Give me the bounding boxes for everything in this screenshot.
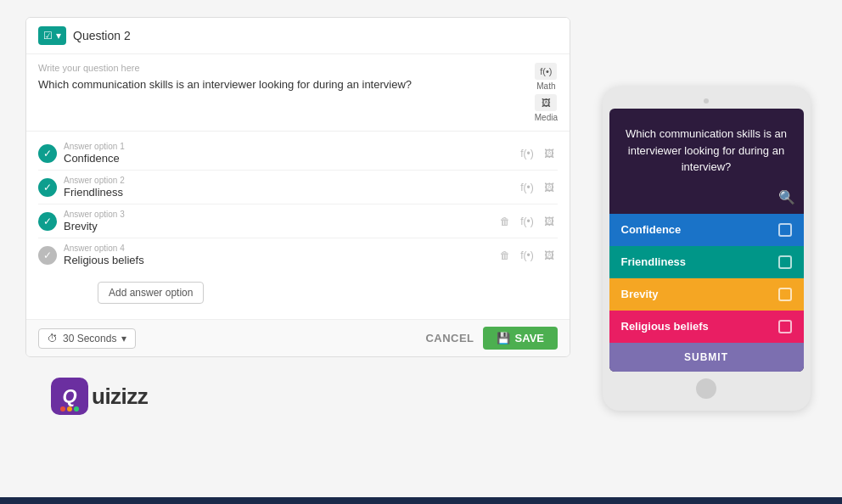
- logo-dot-green: [74, 406, 79, 412]
- timer-dropdown-icon: ▾: [121, 333, 126, 344]
- question-header: ☑ ▾ Question 2: [26, 18, 570, 54]
- timer-button[interactable]: ⏱ 30 Seconds ▾: [38, 328, 136, 349]
- logo-area: Q uizizz: [25, 369, 570, 423]
- func-icon-1[interactable]: f(•): [519, 145, 536, 162]
- tablet-question-text: Which communication skills is an intervi…: [623, 126, 790, 176]
- checkmark-icon: ☑: [43, 30, 53, 42]
- question-type-badge[interactable]: ☑ ▾: [38, 26, 66, 45]
- func-icon-3[interactable]: f(•): [519, 213, 536, 230]
- tablet-search-icon: 🔍: [609, 189, 804, 214]
- img-icon-3[interactable]: 🖼: [541, 213, 558, 230]
- answer-label-2: Answer option 2: [64, 176, 512, 185]
- bottom-bar: [0, 497, 842, 504]
- answer-tools-2: f(•) 🖼: [519, 179, 558, 196]
- dropdown-arrow: ▾: [56, 30, 61, 42]
- answer-label-1: Answer option 1: [64, 142, 512, 151]
- tablet-checkbox-4[interactable]: [778, 320, 792, 333]
- cancel-button[interactable]: CANCEL: [425, 332, 474, 344]
- tablet-answer-text-1: Confidence: [621, 223, 682, 236]
- answer-value-2[interactable]: Friendliness: [64, 186, 512, 199]
- logo-text: uizizz: [92, 384, 148, 410]
- save-button[interactable]: 💾 SAVE: [483, 327, 558, 350]
- timer-label: 30 Seconds: [63, 333, 116, 344]
- tablet-answer-text-3: Brevity: [621, 288, 659, 300]
- answer-label-3: Answer option 3: [64, 210, 490, 219]
- img-icon-4[interactable]: 🖼: [541, 247, 558, 264]
- func-icon-2[interactable]: f(•): [519, 179, 536, 196]
- answer-tools-1: f(•) 🖼: [519, 145, 558, 162]
- tablet-answers: Confidence Friendliness Brevity Religiou…: [609, 214, 804, 343]
- tablet-preview-panel: Which communication skills is an intervi…: [596, 17, 817, 480]
- add-option-button[interactable]: Add answer option: [98, 282, 204, 304]
- correct-check-3[interactable]: ✓: [38, 212, 57, 231]
- img-icon-2[interactable]: 🖼: [541, 179, 558, 196]
- answers-section: ✓ Answer option 1 Confidence f(•) 🖼 ✓ An…: [26, 132, 570, 277]
- tablet-checkbox-3[interactable]: [778, 288, 792, 301]
- tablet-frame: Which communication skills is an intervi…: [603, 87, 811, 411]
- tablet-camera: [704, 98, 709, 104]
- question-number: Question 2: [73, 29, 131, 42]
- logo-q: Q: [62, 385, 76, 407]
- answer-content-4: Answer option 4 Religious beliefs: [64, 244, 490, 266]
- tablet-answer-4[interactable]: Religious beliefs: [609, 311, 804, 343]
- answer-tools-3: 🗑 f(•) 🖼: [497, 213, 558, 230]
- answer-content-1: Answer option 1 Confidence: [64, 142, 512, 165]
- quizizz-logo-icon: Q: [51, 378, 88, 415]
- trash-icon-4[interactable]: 🗑: [497, 247, 514, 264]
- tablet-checkbox-2[interactable]: [778, 255, 792, 269]
- footer-actions: CANCEL 💾 SAVE: [425, 327, 558, 350]
- answer-tools-4: 🗑 f(•) 🖼: [497, 247, 558, 264]
- tablet-answer-2[interactable]: Friendliness: [609, 246, 804, 278]
- answer-option-2: ✓ Answer option 2 Friendliness f(•) 🖼: [38, 171, 558, 204]
- save-label: SAVE: [515, 332, 544, 344]
- answer-option-1: ✓ Answer option 1 Confidence f(•) 🖼: [38, 137, 558, 171]
- correct-check-4[interactable]: ✓: [38, 246, 57, 265]
- answer-option-3: ✓ Answer option 3 Brevity 🗑 f(•) 🖼: [38, 204, 558, 238]
- correct-check-2[interactable]: ✓: [38, 178, 57, 197]
- math-icon: f(•): [535, 63, 557, 80]
- tablet-checkbox-1[interactable]: [778, 223, 792, 237]
- answer-value-3[interactable]: Brevity: [64, 220, 490, 232]
- answer-content-3: Answer option 3 Brevity: [64, 210, 490, 232]
- math-button[interactable]: f(•) Math: [535, 63, 557, 91]
- question-placeholder: Write your question here: [38, 63, 526, 73]
- answer-value-1[interactable]: Confidence: [64, 152, 512, 165]
- correct-check-1[interactable]: ✓: [38, 144, 57, 163]
- trash-icon-3[interactable]: 🗑: [497, 213, 514, 230]
- tablet-home-button[interactable]: [696, 378, 716, 399]
- logo-dot-red: [60, 406, 65, 412]
- tablet-answer-text-2: Friendliness: [621, 255, 687, 268]
- editor-panel: ☑ ▾ Question 2 Write your question here …: [25, 17, 570, 480]
- save-icon: 💾: [497, 332, 510, 344]
- question-actions: f(•) Math 🖼 Media: [535, 63, 558, 122]
- logo-dot-orange: [67, 406, 72, 412]
- tablet-answer-text-4: Religious beliefs: [621, 320, 709, 333]
- func-icon-4[interactable]: f(•): [519, 247, 536, 264]
- media-icon: 🖼: [535, 94, 557, 111]
- tablet-screen: Which communication skills is an intervi…: [609, 109, 804, 372]
- answer-option-4: ✓ Answer option 4 Religious beliefs 🗑 f(…: [38, 238, 558, 272]
- tablet-answer-3[interactable]: Brevity: [609, 278, 804, 311]
- question-body: Write your question here Which communica…: [26, 54, 570, 132]
- logo-dots: [60, 406, 79, 412]
- tablet-question-area: Which communication skills is an intervi…: [609, 109, 804, 189]
- answer-content-2: Answer option 2 Friendliness: [64, 176, 512, 199]
- answer-label-4: Answer option 4: [64, 244, 490, 253]
- question-footer: ⏱ 30 Seconds ▾ CANCEL 💾 SAVE: [26, 319, 570, 356]
- tablet-submit-button[interactable]: SUBMIT: [609, 343, 804, 372]
- tablet-answer-1[interactable]: Confidence: [609, 214, 804, 246]
- question-text[interactable]: Which communication skills is an intervi…: [38, 76, 526, 93]
- clock-icon: ⏱: [48, 333, 58, 344]
- img-icon-1[interactable]: 🖼: [541, 145, 558, 162]
- question-card: ☑ ▾ Question 2 Write your question here …: [25, 17, 570, 357]
- media-button[interactable]: 🖼 Media: [535, 94, 558, 122]
- answer-value-4[interactable]: Religious beliefs: [64, 254, 490, 266]
